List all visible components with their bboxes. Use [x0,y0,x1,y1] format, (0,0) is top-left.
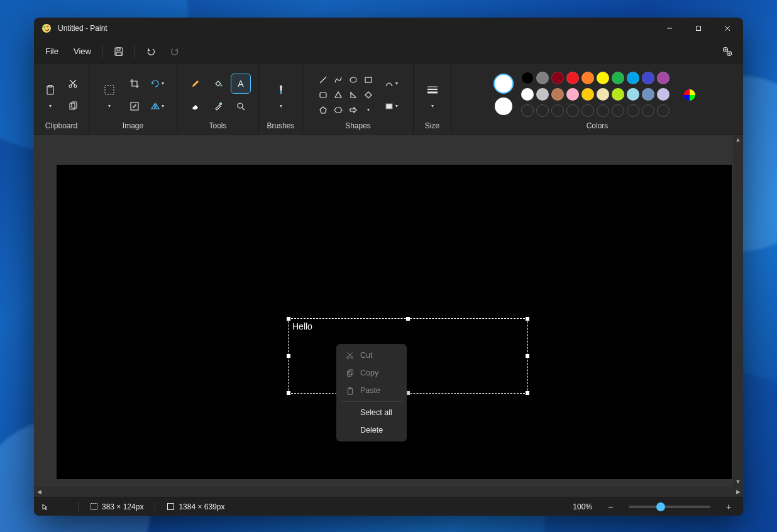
shapes-gallery[interactable]: ▾ [316,73,375,117]
color-swatch[interactable] [597,72,609,84]
close-button[interactable] [713,18,742,38]
scroll-right-icon[interactable]: ▶ [733,487,743,497]
color-swatch[interactable] [627,72,639,84]
roundrect-shape[interactable] [316,88,330,102]
pentagon-shape[interactable] [316,103,330,117]
text-tool[interactable]: A [231,74,250,93]
color-swatch[interactable] [566,88,579,101]
color1-swatch[interactable] [495,75,512,92]
chevron-down-icon[interactable]: ▾ [431,103,434,109]
scroll-left-icon[interactable]: ◀ [34,487,44,497]
scroll-down-icon[interactable]: ▼ [733,477,743,487]
cut-button[interactable] [63,74,82,93]
color-swatch[interactable] [521,72,534,84]
horizontal-scrollbar[interactable]: ◀▶ [34,487,743,497]
undo-button[interactable] [140,42,162,61]
more-shapes[interactable]: ▾ [361,103,375,117]
color2-swatch[interactable] [495,97,512,115]
custom-color-slot[interactable] [627,104,639,117]
picker-tool[interactable] [209,97,228,116]
custom-color-slot[interactable] [566,104,579,117]
resize-handle-e[interactable] [526,354,529,358]
zoom-in-button[interactable]: + [722,500,736,514]
resize-handle-sw[interactable] [287,391,290,395]
custom-color-slot[interactable] [536,104,549,117]
custom-color-slot[interactable] [551,104,564,117]
color-swatch[interactable] [612,72,624,84]
chevron-down-icon[interactable]: ▾ [108,103,111,109]
flip-button[interactable]: ▾ [148,97,167,116]
hexagon-shape[interactable] [331,103,345,117]
resize-handle-w[interactable] [287,354,290,358]
color-swatch[interactable] [612,88,624,101]
resize-handle-nw[interactable] [287,317,290,321]
rotate-button[interactable]: ▾ [148,74,167,93]
color-swatch[interactable] [551,72,564,84]
settings-button[interactable] [717,42,738,61]
zoom-thumb[interactable] [656,502,665,511]
oval-shape[interactable] [346,73,360,87]
copy-button[interactable] [63,97,82,116]
shape-fill-button[interactable]: ▾ [382,97,400,116]
arrow-right-shape[interactable] [346,103,360,117]
color-swatch[interactable] [657,72,670,84]
diamond-shape[interactable] [361,88,375,102]
menu-file[interactable]: File [39,43,65,60]
context-cut[interactable]: Cut [336,346,407,364]
custom-color-slot[interactable] [642,104,654,117]
minimize-button[interactable] [655,18,684,38]
color-swatch[interactable] [566,72,579,84]
color-swatch[interactable] [581,72,594,84]
brush-tool[interactable] [272,80,290,99]
size-button[interactable] [423,80,442,99]
color-swatch[interactable] [657,88,670,101]
color-swatch[interactable] [521,88,534,101]
menu-view[interactable]: View [67,43,97,60]
scroll-up-icon[interactable]: ▲ [733,135,743,145]
custom-color-slot[interactable] [597,104,609,117]
crop-button[interactable] [125,74,144,93]
resize-handle-se[interactable] [526,391,529,395]
magnifier-tool[interactable] [231,97,250,116]
custom-color-slot[interactable] [581,104,594,117]
canvas[interactable]: Hello Cut Copy [57,165,732,479]
rect-shape[interactable] [361,73,375,87]
resize-handle-ne[interactable] [526,317,529,321]
fill-tool[interactable] [209,74,228,93]
context-copy[interactable]: Copy [336,364,407,382]
redo-button[interactable] [164,42,185,61]
color-swatch[interactable] [597,88,609,101]
zoom-out-button[interactable]: − [603,500,617,514]
resize-handle-n[interactable] [406,317,410,321]
line-shape[interactable] [316,73,330,87]
custom-color-slot[interactable] [521,104,534,117]
eraser-tool[interactable] [186,97,205,116]
maximize-button[interactable] [684,18,713,38]
pencil-tool[interactable] [186,74,205,93]
zoom-slider[interactable] [629,506,710,508]
chevron-down-icon[interactable]: ▾ [280,103,282,109]
color-swatch[interactable] [536,72,549,84]
shape-outline-button[interactable]: ▾ [382,74,400,93]
color-swatch[interactable] [642,72,654,84]
context-select-all[interactable]: Select all [336,404,407,421]
edit-colors-button[interactable] [680,85,700,105]
custom-color-slot[interactable] [657,104,670,117]
color-swatch[interactable] [551,88,564,101]
color-swatch[interactable] [536,88,549,101]
polygon-shape[interactable] [331,88,345,102]
vertical-scrollbar[interactable]: ▲▼ [733,135,743,487]
color-swatch[interactable] [627,88,639,101]
color-swatch[interactable] [642,88,654,101]
custom-color-slot[interactable] [612,104,624,117]
chevron-down-icon[interactable]: ▾ [49,103,52,109]
resize-button[interactable] [125,97,144,116]
text-box[interactable]: Hello [288,318,528,394]
curve-shape[interactable] [331,73,345,87]
paste-button[interactable] [41,80,60,99]
select-tool[interactable] [100,80,119,99]
color-swatch[interactable] [581,88,594,101]
righttri-shape[interactable] [346,88,360,102]
context-paste[interactable]: Paste [336,382,407,399]
save-button[interactable] [108,42,130,61]
